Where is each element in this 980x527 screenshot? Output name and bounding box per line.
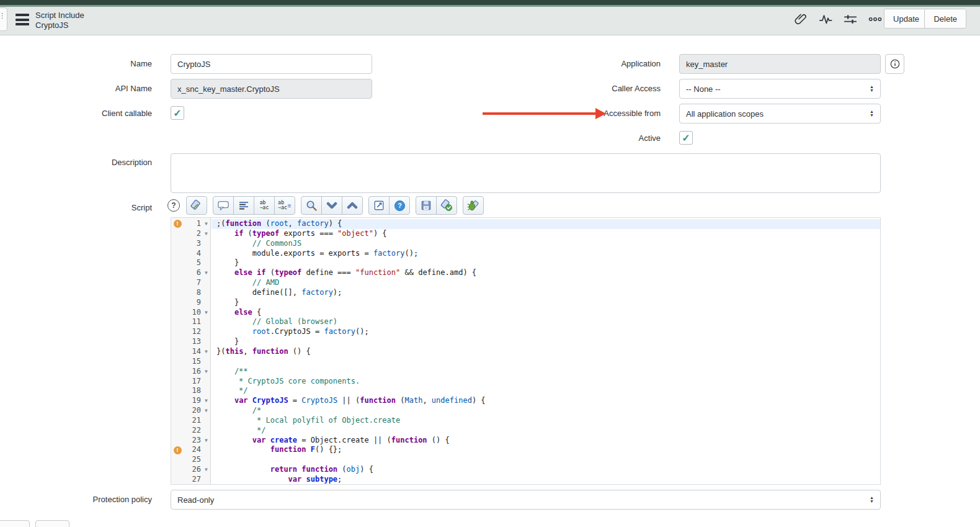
description-textarea[interactable]	[171, 153, 881, 193]
warning-icon: !	[174, 220, 182, 228]
fold-toggle-icon[interactable]: ▼	[201, 347, 212, 357]
find-next-icon[interactable]	[321, 196, 342, 215]
code-line-27[interactable]: 27 var subtype;	[171, 475, 880, 485]
api-name-input[interactable]	[171, 79, 372, 99]
code-line-19[interactable]: 19▼ var CryptoJS = CryptoJS || (function…	[171, 396, 880, 406]
code-line-12[interactable]: 12 root.CryptoJS = factory();	[171, 327, 880, 337]
annotation-arrow-head	[595, 108, 606, 119]
api-name-label: API Name	[22, 84, 152, 93]
code-line-6[interactable]: 6▼ else if (typeof define === "function"…	[171, 268, 880, 278]
application-info-icon[interactable]	[885, 54, 904, 74]
fold-toggle-icon[interactable]: ▼	[201, 465, 212, 475]
code-line-10[interactable]: 10▼ else {	[171, 308, 880, 318]
page-title: Script Include CryptoJS	[35, 11, 84, 30]
editor-help-icon[interactable]: ?	[389, 196, 410, 215]
code-line-7[interactable]: 7 // AMD	[171, 278, 880, 288]
active-checkbox[interactable]	[679, 131, 693, 145]
attachment-icon[interactable]	[793, 11, 809, 27]
active-label: Active	[530, 133, 661, 143]
code-lines: !1▼;(function (root, factory) {2▼ if (ty…	[171, 218, 880, 485]
code-line-11[interactable]: 11 // Global (browser)	[171, 317, 880, 327]
syntax-check-icon[interactable]	[436, 196, 457, 215]
fold-toggle-icon[interactable]: ▼	[201, 436, 212, 446]
select-arrows-icon: ▲▼	[870, 110, 874, 117]
select-arrows-icon: ▲▼	[870, 85, 874, 92]
context-menu-icon[interactable]	[16, 14, 29, 27]
more-options-icon[interactable]	[867, 11, 883, 27]
toggle-comment-icon[interactable]	[213, 196, 234, 215]
client-callable-checkbox[interactable]	[171, 106, 184, 120]
application-label: Application	[530, 59, 661, 68]
fold-toggle-icon[interactable]: ▼	[201, 308, 212, 318]
code-line-13[interactable]: 13 }	[171, 337, 880, 347]
code-line-4[interactable]: 4 module.exports = exports = factory();	[171, 249, 880, 259]
name-input[interactable]	[171, 54, 372, 74]
code-line-23[interactable]: 23▼ var create = Object.create || (funct…	[171, 436, 880, 446]
protection-policy-select[interactable]: Read-only ▲▼	[171, 490, 881, 510]
fold-toggle-icon[interactable]: ▼	[201, 219, 212, 229]
script-editor-toolbar: ab→ac ab→ac ≡	[186, 196, 484, 215]
format-code-icon[interactable]	[233, 196, 254, 215]
header-icons	[793, 11, 883, 27]
caller-access-value: -- None --	[686, 84, 870, 94]
find-previous-icon[interactable]	[342, 196, 363, 215]
caller-access-select[interactable]: -- None -- ▲▼	[679, 79, 881, 99]
warning-icon: !	[174, 446, 182, 454]
fold-toggle-icon[interactable]: ▼	[201, 229, 212, 239]
code-line-8[interactable]: 8 define([], factory);	[171, 288, 880, 298]
code-line-1[interactable]: !1▼;(function (root, factory) {	[171, 219, 880, 229]
record-type: Script Include	[35, 11, 84, 20]
accessible-from-value: All application scopes	[686, 109, 870, 119]
script-include-form-page: ⋮ Script Include CryptoJS	[0, 0, 980, 527]
fold-toggle-icon[interactable]: ▼	[201, 268, 212, 278]
activity-stream-icon[interactable]	[817, 11, 834, 27]
protection-policy-value: Read-only	[177, 495, 870, 505]
open-new-window-icon[interactable]	[368, 196, 390, 215]
client-callable-label: Client callable	[22, 109, 152, 118]
debug-icon[interactable]	[463, 196, 484, 215]
application-input[interactable]	[679, 54, 881, 74]
script-code-editor[interactable]: !1▼;(function (root, factory) {2▼ if (ty…	[171, 217, 881, 485]
code-line-5[interactable]: 5 }	[171, 258, 880, 268]
update-button[interactable]: Update	[884, 9, 929, 29]
search-icon[interactable]	[301, 196, 322, 215]
select-arrows-icon: ▲▼	[870, 496, 874, 503]
code-line-14[interactable]: 14▼}(this, function () {	[171, 347, 880, 357]
code-line-9[interactable]: 9 }	[171, 298, 880, 308]
record-name: CryptoJS	[35, 20, 84, 30]
code-line-22[interactable]: 22 */	[171, 426, 880, 436]
description-label: Description	[22, 158, 152, 167]
code-line-17[interactable]: 17 * CryptoJS core components.	[171, 377, 880, 387]
delete-button[interactable]: Delete	[924, 9, 966, 29]
code-line-25[interactable]: 25	[171, 455, 880, 465]
save-icon[interactable]	[416, 196, 437, 215]
form-header: ⋮ Script Include CryptoJS	[0, 7, 980, 35]
code-line-21[interactable]: 21 * Local polyfil of Object.create	[171, 416, 880, 426]
annotation-arrow	[483, 112, 597, 115]
name-label: Name	[22, 59, 152, 68]
code-line-16[interactable]: 16▼ /**	[171, 367, 880, 377]
bottom-update-button-partial[interactable]	[0, 520, 30, 527]
edge-partial-button[interactable]: ⋮	[0, 7, 7, 31]
code-line-26[interactable]: 26▼ return function (obj) {	[171, 465, 880, 475]
replace-all-icon[interactable]: ab→ac ≡	[274, 196, 295, 215]
code-line-24[interactable]: !24 function F() {};	[171, 445, 880, 455]
bottom-delete-button-partial[interactable]	[35, 520, 69, 527]
svg-text:?: ?	[398, 202, 402, 209]
fold-toggle-icon[interactable]: ▼	[201, 367, 212, 377]
field-help-icon[interactable]: ?	[167, 199, 180, 212]
replace-icon[interactable]: ab→ac	[254, 196, 275, 215]
top-accent-strip	[0, 0, 980, 5]
accessible-from-select[interactable]: All application scopes ▲▼	[679, 104, 881, 124]
code-line-15[interactable]: 15	[171, 357, 880, 367]
fold-toggle-icon[interactable]: ▼	[201, 406, 212, 416]
caller-access-label: Caller Access	[530, 84, 661, 93]
personalize-form-icon[interactable]	[842, 11, 858, 27]
code-line-3[interactable]: 3 // CommonJS	[171, 239, 880, 249]
code-line-20[interactable]: 20▼ /*	[171, 406, 880, 416]
code-line-2[interactable]: 2▼ if (typeof exports === "object") {	[171, 229, 880, 239]
scripting-assistance-icon[interactable]	[186, 196, 207, 215]
fold-toggle-icon[interactable]: ▼	[201, 396, 212, 406]
code-line-18[interactable]: 18 */	[171, 386, 880, 396]
script-label: Script	[22, 203, 152, 212]
